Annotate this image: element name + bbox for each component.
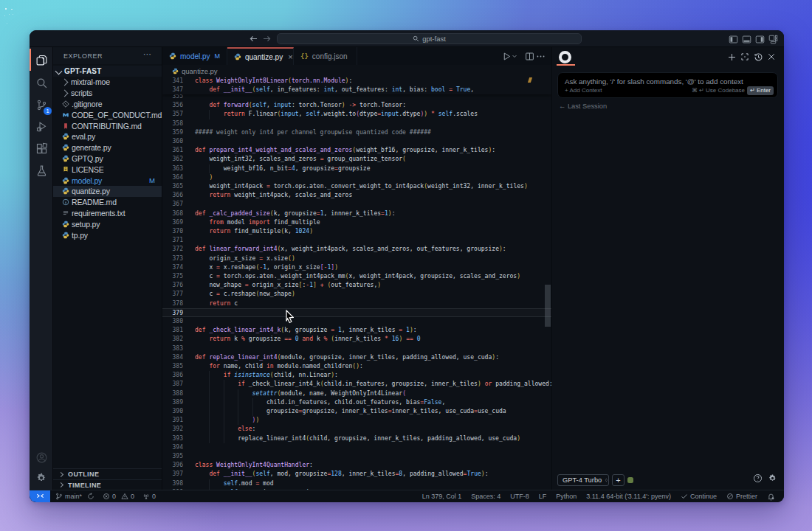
file-item-model.py[interactable]: model.pyM — [53, 175, 162, 186]
last-session-link[interactable]: ← Last Session — [559, 103, 607, 110]
code-line-395: 395 — [162, 452, 551, 461]
code-line-365: 365 weight_int4pack = torch.ops.aten._co… — [162, 182, 551, 191]
status-item-eol[interactable]: LF — [539, 493, 547, 500]
file-item-eval.py[interactable]: eval.py — [53, 131, 162, 142]
file-item-CONTRIBUTING.md[interactable]: CONTRIBUTING.md — [53, 120, 162, 131]
source-control-icon[interactable]: 1 — [32, 96, 50, 114]
breadcrumb[interactable]: quantize.py — [162, 65, 551, 77]
command-center-search[interactable]: gpt-fast — [277, 33, 582, 44]
more-actions-button[interactable] — [536, 47, 546, 65]
accounts-icon[interactable] — [32, 448, 50, 466]
txt-file-icon — [61, 209, 69, 217]
status-item-continue-extension[interactable]: Continue — [681, 493, 717, 500]
workspace-root-folder[interactable]: GPT-FAST — [53, 66, 162, 77]
code-text: setattr(module, name, WeightOnlyInt4Line… — [195, 389, 406, 398]
line-number: 364 — [162, 173, 183, 182]
run-python-file-button[interactable] — [502, 47, 517, 65]
continue-logo-icon[interactable] — [559, 51, 571, 63]
customize-layout-icon[interactable] — [768, 35, 778, 44]
help-icon[interactable] — [753, 473, 763, 484]
file-label: quantize.py — [72, 187, 110, 195]
close-panel-icon[interactable] — [766, 52, 777, 62]
file-item-tp.py[interactable]: tp.py — [53, 229, 162, 240]
code-text: if _check_linear_int4_k(child.in_feature… — [195, 380, 551, 389]
extensions-icon[interactable] — [32, 139, 50, 157]
status-item-indentation[interactable]: Spaces: 4 — [471, 493, 500, 500]
line-number: 360 — [162, 137, 183, 146]
file-item-LICENSE[interactable]: LICENSE — [53, 164, 162, 175]
nav-back-icon[interactable] — [249, 34, 258, 44]
panel-settings-gear-icon[interactable] — [768, 473, 778, 484]
toggle-secondary-sidebar-icon[interactable] — [755, 35, 765, 44]
chat-input[interactable]: Ask anything, '/' for slash commands, '@… — [557, 72, 778, 98]
code-line-383: 383 — [162, 344, 551, 353]
timeline-section[interactable]: TIMELINE — [53, 479, 162, 490]
explorer-icon[interactable] — [32, 51, 50, 69]
nav-forward-icon[interactable] — [262, 34, 272, 44]
file-item-generate.py[interactable]: generate.py — [53, 142, 162, 153]
file-item-GPTQ.py[interactable]: GPTQ.py — [53, 153, 162, 164]
folder-item-scripts[interactable]: scripts — [53, 88, 162, 99]
frame-icon[interactable] — [740, 52, 750, 62]
split-editor-button[interactable] — [525, 47, 534, 65]
status-item-language-mode[interactable]: Python — [556, 493, 577, 500]
status-item-prettier[interactable]: Prettier — [726, 493, 757, 500]
code-editor[interactable]: 355356 def forward(self, input: torch.Te… — [162, 77, 551, 490]
line-number: 378 — [162, 299, 183, 308]
chat-placeholder: Ask anything, '/' for slash commands, '@… — [565, 77, 743, 86]
file-item-setup.py[interactable]: setup.py — [53, 218, 162, 229]
tab-model.py[interactable]: model.pyM — [162, 47, 227, 65]
line-number: 398 — [162, 479, 183, 488]
manage-gear-icon[interactable] — [32, 469, 50, 487]
add-context-button[interactable]: + Add Context — [565, 87, 602, 94]
status-item-cursor-position[interactable]: Ln 379, Col 1 — [422, 493, 462, 500]
toggle-primary-sidebar-icon[interactable] — [729, 35, 738, 44]
status-item-problems[interactable]: 00 — [103, 493, 134, 500]
model-selector[interactable]: GPT-4 Turbo — [557, 474, 609, 486]
file-item-quantize.py[interactable]: quantize.py — [53, 186, 162, 197]
slash-circle-icon — [726, 493, 734, 500]
enter-button[interactable]: ↵Enter — [747, 86, 774, 95]
search-view-icon[interactable] — [32, 74, 50, 91]
status-item-encoding[interactable]: UTF-8 — [510, 493, 529, 500]
remote-indicator[interactable] — [30, 490, 50, 503]
code-text: def __init__(self, in_features: int, out… — [195, 86, 474, 94]
editor-scrollbar[interactable] — [545, 285, 551, 327]
status-item-ports[interactable]: 0 — [142, 493, 156, 500]
check-icon — [681, 493, 688, 500]
editor-group: model.pyMquantize.py×{}config.json quant… — [162, 47, 551, 490]
file-item-requirements.txt[interactable]: requirements.txt — [53, 208, 162, 219]
status-item-notifications[interactable] — [767, 493, 775, 501]
status-left: main*000 — [55, 493, 156, 500]
file-item-CODE_OF_CONDUCT.md[interactable]: CODE_OF_CONDUCT.md — [53, 109, 162, 120]
code-text: def __init__(self, mod, groupsize=128, i… — [195, 470, 489, 479]
code-text: c = torch.ops.aten._weight_int4pack_mm(x… — [195, 272, 520, 281]
status-item-branch[interactable]: main* — [55, 493, 94, 500]
tab-quantize.py[interactable]: quantize.py× — [227, 47, 294, 65]
code-line-388: 388 setattr(module, name, WeightOnlyInt4… — [162, 389, 551, 398]
status-label: Ln 379, Col 1 — [422, 493, 462, 500]
add-model-button[interactable]: + — [612, 474, 625, 486]
outline-section[interactable]: OUTLINE — [53, 468, 162, 479]
code-line-392: 392 else: — [162, 425, 551, 434]
line-number: 396 — [162, 461, 183, 470]
python-file-icon — [61, 220, 69, 228]
explorer-more-actions[interactable]: ⋯ — [143, 49, 152, 59]
testing-icon[interactable] — [32, 162, 50, 180]
file-item-README.md[interactable]: README.md — [53, 197, 162, 208]
line-number: 377 — [162, 290, 183, 299]
tab-config.json[interactable]: {}config.json — [294, 47, 357, 65]
folder-item-mixtral-moe[interactable]: mixtral-moe — [53, 77, 162, 88]
source-control-badge: 1 — [44, 107, 52, 115]
code-text: from model import find_multiple — [195, 218, 320, 227]
status-item-python-interpreter[interactable]: 3.11.4 64-bit ('3.11.4': pyenv) — [586, 493, 671, 500]
new-session-icon[interactable] — [726, 52, 737, 62]
status-bar: main*000 Ln 379, Col 1Spaces: 4UTF-8LFPy… — [30, 490, 784, 502]
run-and-debug-icon[interactable] — [32, 118, 50, 136]
history-icon[interactable] — [753, 52, 763, 62]
line-number: 366 — [162, 191, 183, 200]
toggle-panel-icon[interactable] — [742, 35, 751, 44]
close-tab-icon[interactable]: × — [288, 53, 292, 61]
file-item-.gitignore[interactable]: .gitignore — [53, 99, 162, 110]
code-line-378: 378 return c — [162, 299, 551, 308]
